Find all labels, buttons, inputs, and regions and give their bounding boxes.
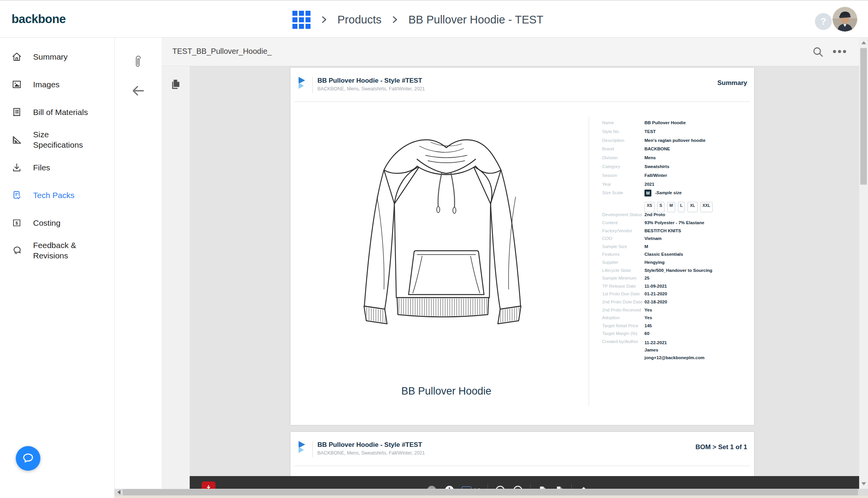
sidebar-item-label: Tech Packs	[33, 190, 74, 200]
size-specifications-icon	[12, 135, 22, 145]
sidebar-item-tech-packs[interactable]: Tech Packs	[0, 181, 114, 209]
attribute-row: Supplier Hengying	[602, 260, 752, 268]
sidebar-item-label: Summary	[33, 52, 68, 62]
sidebar-item-label: Size Specifications	[33, 129, 98, 150]
apps-grid-icon[interactable]	[292, 11, 310, 29]
breadcrumb-current-product: BB Pullover Hoodie - TEST	[408, 13, 543, 26]
attribute-label: COO	[602, 236, 644, 241]
size-box: M	[667, 202, 675, 212]
vertical-scrollbar[interactable]	[859, 38, 868, 489]
attribute-label: Style No.	[602, 129, 644, 134]
sidebar-item-label: Images	[33, 79, 60, 90]
sidebar-item-label: Costing	[33, 218, 60, 228]
attribute-label: Target Retail Price	[602, 323, 644, 328]
attribute-value: Style/500_Handover to Sourcing	[644, 268, 712, 273]
attribute-value: Yes	[644, 315, 652, 320]
attachments-panel	[115, 38, 162, 498]
attribute-label: Target Margin (%)	[602, 331, 644, 336]
help-chat-button[interactable]	[16, 446, 40, 471]
tech-packs-icon	[12, 190, 22, 200]
attribute-row: 2nd Proto Received Yes	[602, 308, 752, 316]
attribute-value: 11-09-2021	[644, 284, 667, 288]
chevron-right-icon	[391, 15, 399, 24]
attribute-value: BB Pullover Hoodie	[644, 120, 686, 125]
size-box: L	[678, 202, 685, 212]
scroll-left-arrow[interactable]	[115, 489, 122, 496]
feedback-icon	[12, 245, 22, 256]
attribute-label: Brand	[602, 147, 644, 151]
attribute-value: Men's raglan pullover hoodie	[644, 138, 706, 143]
page-thumbnails-icon[interactable]	[170, 78, 182, 90]
costing-icon: $	[12, 218, 22, 228]
thumbnail-strip	[162, 66, 190, 498]
attribute-row: Style No. TEST	[602, 129, 752, 138]
app-header: backbone Products BB Pullover Hoodie - T…	[0, 0, 868, 38]
attribute-label: TP Release Date	[602, 284, 644, 288]
sidebar-item-images[interactable]: Images	[0, 70, 114, 98]
size-scale-row: Size Scale M -Sample size	[602, 190, 752, 202]
attribute-value: BESTITCH KNITS	[644, 228, 681, 233]
attribute-row: Brand BACKBONE	[602, 147, 752, 155]
sidebar-item-size-specifications[interactable]: Size Specifications	[0, 126, 114, 153]
sidebar-item-files[interactable]: Files	[0, 153, 114, 181]
attribute-value: 145	[644, 323, 652, 328]
attribute-row: Division Mens	[602, 155, 752, 164]
attribute-label: Content	[602, 220, 644, 225]
attribute-label: Features	[602, 252, 644, 256]
sidebar-item-bill-of-materials[interactable]: Bill of Materials	[0, 98, 114, 126]
attribute-label: Name	[602, 120, 644, 125]
scroll-up-arrow[interactable]	[859, 38, 868, 47]
help-icon[interactable]: ?	[815, 13, 832, 30]
window-bottom-edge	[115, 496, 868, 498]
attribute-label: Supplier	[602, 260, 644, 265]
attribute-value: 93% Polyester - 7% Elastane	[644, 220, 704, 225]
breadcrumb-products[interactable]: Products	[337, 13, 381, 26]
intercom-chat-icon	[22, 452, 35, 465]
attribute-value: Mens	[644, 155, 656, 160]
attribute-row: Sample Size M	[602, 244, 752, 252]
back-arrow-icon[interactable]	[130, 83, 146, 98]
attribute-label: Lifecycle State	[602, 268, 644, 273]
home-icon	[12, 52, 22, 62]
paperclip-icon[interactable]	[130, 55, 146, 70]
images-icon	[12, 79, 22, 90]
attribute-row: Description Men's raglan pullover hoodie	[602, 138, 752, 147]
attribute-label: Factory/Vendor	[602, 228, 644, 233]
scroll-down-arrow[interactable]	[859, 480, 868, 488]
attribute-row: Content 93% Polyester - 7% Elastane	[602, 220, 752, 228]
sidebar-item-costing[interactable]: $ Costing	[0, 209, 114, 237]
sidebar-item-summary[interactable]: Summary	[0, 43, 114, 70]
user-avatar[interactable]	[833, 7, 857, 32]
attribute-label: Season	[602, 173, 644, 178]
techpack-title: BB Pullover Hoodie - Style #TEST	[317, 441, 425, 449]
horizontal-scrollbar[interactable]	[115, 489, 868, 496]
attribute-value: 01-21-2020	[644, 291, 667, 296]
attribute-label: Description	[602, 138, 644, 143]
attribute-label: Development Status	[602, 212, 644, 217]
vertical-scroll-thumb[interactable]	[860, 48, 867, 185]
attribute-row: Name BB Pullover Hoodie	[602, 120, 752, 129]
attribute-value: 11-22-2021	[644, 339, 704, 347]
attribute-row: Development Status 2nd Proto	[602, 212, 752, 220]
drawing-caption: BB Pullover Hoodie	[354, 385, 539, 397]
attribute-label: Division	[602, 155, 644, 160]
more-options-icon[interactable]	[833, 50, 846, 53]
attribute-value: 60	[644, 331, 649, 336]
attributes-table: Name BB Pullover Hoodie Style No. TEST D…	[602, 120, 752, 361]
attribute-value: 02-18-2020	[644, 300, 667, 304]
horizontal-scroll-thumb[interactable]	[123, 489, 858, 495]
attribute-label: Created by/Author	[602, 339, 644, 362]
chevron-right-icon	[320, 15, 328, 24]
techpack-title: BB Pullover Hoodie - Style #TEST	[317, 77, 425, 85]
breadcrumb: Products BB Pullover Hoodie - TEST	[292, 1, 543, 38]
pdf-page-1: BB Pullover Hoodie - Style #TEST BACKBON…	[290, 68, 754, 425]
section-label: Summary	[718, 79, 747, 87]
sidebar-item-feedback-revisions[interactable]: Feedback & Revisions	[0, 237, 114, 264]
search-icon[interactable]	[811, 45, 825, 58]
document-viewer: BB Pullover Hoodie - Style #TEST BACKBON…	[190, 66, 859, 498]
backbone-plm-logo-mark	[297, 440, 307, 456]
size-box: XXL	[700, 202, 713, 212]
attribute-label: Adoption	[602, 315, 644, 320]
attributes-group-a: Name BB Pullover Hoodie Style No. TEST D…	[602, 120, 752, 190]
attribute-row: Factory/Vendor BESTITCH KNITS	[602, 228, 752, 237]
